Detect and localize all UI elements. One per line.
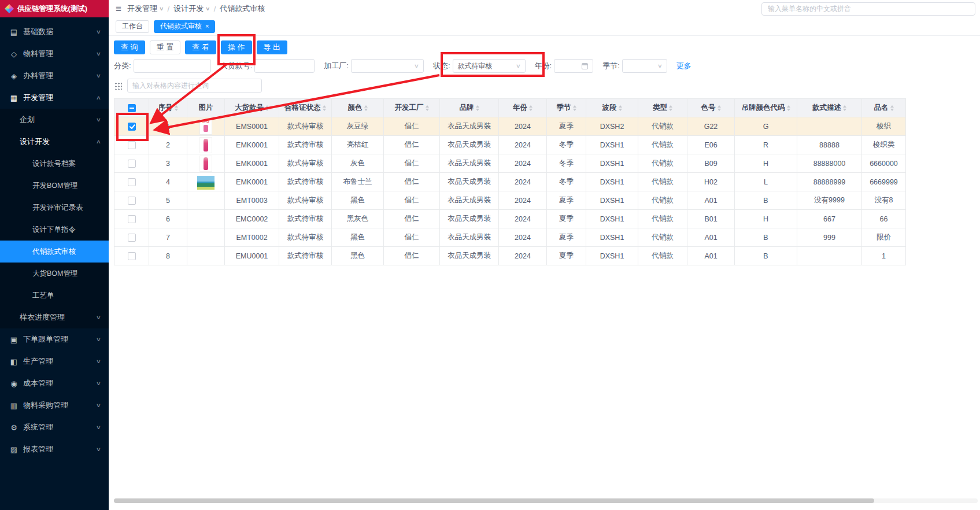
sort-icons[interactable] (323, 105, 326, 111)
menu-collapse-icon[interactable]: ≡ (116, 4, 121, 14)
menu-search-input[interactable] (761, 2, 975, 16)
sort-icons[interactable] (426, 105, 429, 111)
sort-icons[interactable] (529, 105, 532, 111)
tab-active[interactable]: 代销款式审核× (154, 20, 215, 33)
breadcrumb-item[interactable]: 开发管理∨ (127, 3, 164, 14)
sidebar-item[interactable]: 大货BOM管理 (0, 263, 109, 284)
sort-icons[interactable] (175, 105, 178, 111)
breadcrumb-item[interactable]: 设计开发∨ (173, 3, 210, 14)
more-filters-link[interactable]: 更多 (676, 61, 691, 71)
cell-select[interactable] (114, 136, 149, 154)
column-header-brand[interactable]: 品牌 (440, 99, 499, 117)
sort-icons[interactable] (619, 105, 622, 111)
column-header-season[interactable]: 季节 (547, 99, 586, 117)
sidebar-item[interactable]: ◇物料管理∨ (0, 43, 109, 65)
tab-close-icon[interactable]: × (205, 23, 209, 29)
operate-button[interactable]: 操 作 (221, 40, 252, 54)
sort-desc-icon[interactable] (175, 109, 178, 111)
breadcrumb-item[interactable]: 代销款式审核 (220, 3, 265, 14)
sort-asc-icon[interactable] (843, 105, 846, 108)
status-select[interactable]: 款式待审核∨ (453, 59, 526, 73)
sort-desc-icon[interactable] (426, 109, 429, 111)
sidebar-item[interactable]: ▨报表管理∨ (0, 438, 109, 460)
bulk-style-no-input[interactable] (254, 59, 315, 73)
column-header-seq[interactable]: 序号 (149, 99, 187, 117)
column-header-cert[interactable]: 合格证状态 (279, 99, 332, 117)
sort-asc-icon[interactable] (787, 105, 790, 108)
sort-icons[interactable] (890, 105, 894, 111)
column-header-colorno[interactable]: 色号 (687, 99, 735, 117)
sidebar-item[interactable]: ▣下单跟单管理∨ (0, 328, 109, 350)
sort-desc-icon[interactable] (890, 109, 894, 111)
sidebar-item[interactable]: ⚙系统管理∨ (0, 416, 109, 438)
sort-asc-icon[interactable] (718, 105, 721, 108)
cell-select[interactable] (114, 117, 149, 136)
sort-asc-icon[interactable] (529, 105, 532, 108)
sort-desc-icon[interactable] (265, 109, 269, 111)
sidebar-item[interactable]: 工艺单 (0, 284, 109, 306)
sidebar-item[interactable]: 设计下单指令 (0, 219, 109, 241)
sidebar-item[interactable]: 设计开发∧ (0, 131, 109, 153)
column-header-select-all[interactable] (114, 99, 149, 117)
table-search-input[interactable] (127, 79, 262, 93)
cell-select[interactable] (114, 247, 149, 265)
sort-icons[interactable] (476, 105, 479, 111)
row-checkbox[interactable] (128, 178, 136, 186)
sidebar-item[interactable]: ▥物料采购管理∨ (0, 394, 109, 416)
sort-desc-icon[interactable] (364, 109, 368, 111)
sidebar-item[interactable]: ◉成本管理∨ (0, 372, 109, 394)
year-date-input[interactable] (554, 59, 593, 73)
query-button[interactable]: 查 询 (114, 40, 145, 54)
sort-asc-icon[interactable] (890, 105, 894, 108)
cell-select[interactable] (114, 173, 149, 191)
cell-select[interactable] (114, 191, 149, 210)
reset-button[interactable]: 重 置 (150, 40, 181, 54)
column-header-factory[interactable]: 开发工厂 (384, 99, 440, 117)
row-checkbox[interactable] (128, 252, 136, 260)
sidebar-item[interactable]: ▦开发管理∧ (0, 87, 109, 109)
season-select[interactable]: ∨ (622, 59, 667, 73)
row-checkbox[interactable] (128, 141, 136, 149)
sort-icons[interactable] (364, 105, 368, 111)
sort-icons[interactable] (843, 105, 846, 111)
sort-asc-icon[interactable] (619, 105, 622, 108)
sort-icons[interactable] (265, 105, 269, 111)
sort-desc-icon[interactable] (718, 109, 721, 111)
sort-asc-icon[interactable] (426, 105, 429, 108)
row-checkbox[interactable] (128, 160, 136, 168)
sort-icons[interactable] (718, 105, 721, 111)
tab-inactive[interactable]: 工作台 (116, 20, 149, 33)
sidebar-item[interactable]: 设计款号档案 (0, 153, 109, 175)
sidebar-item[interactable]: 开发BOM管理 (0, 175, 109, 197)
sidebar-item[interactable]: 企划∨ (0, 109, 109, 131)
sort-asc-icon[interactable] (323, 105, 326, 108)
sort-desc-icon[interactable] (843, 109, 846, 111)
sort-desc-icon[interactable] (573, 109, 576, 111)
row-checkbox[interactable] (128, 123, 136, 131)
export-button[interactable]: 导 出 (257, 40, 288, 54)
sort-desc-icon[interactable] (669, 109, 672, 111)
column-header-name[interactable]: 品名 (862, 99, 906, 117)
sort-icons[interactable] (787, 105, 790, 111)
sort-asc-icon[interactable] (265, 105, 269, 108)
row-checkbox[interactable] (128, 234, 136, 242)
sort-asc-icon[interactable] (573, 105, 576, 108)
table-settings-icon[interactable] (114, 82, 122, 90)
sort-desc-icon[interactable] (323, 109, 326, 111)
select-all-checkbox[interactable] (128, 104, 136, 112)
row-checkbox[interactable] (128, 215, 136, 223)
sidebar-item-active[interactable]: 代销款式审核 (0, 241, 109, 263)
column-header-type[interactable]: 类型 (638, 99, 687, 117)
column-header-tagcolor[interactable]: 吊牌颜色代码 (735, 99, 797, 117)
factory-select[interactable]: ∨ (351, 59, 424, 73)
sort-icons[interactable] (669, 105, 672, 111)
sort-icons[interactable] (573, 105, 576, 111)
cell-select[interactable] (114, 154, 149, 173)
column-header-year[interactable]: 年份 (499, 99, 547, 117)
sort-asc-icon[interactable] (364, 105, 368, 108)
column-header-color[interactable]: 颜色 (332, 99, 384, 117)
sidebar-item[interactable]: 样衣进度管理∨ (0, 306, 109, 328)
horizontal-scrollbar-thumb[interactable] (114, 498, 874, 503)
sidebar-item[interactable]: ◧生产管理∨ (0, 350, 109, 372)
category-input[interactable] (134, 59, 211, 73)
